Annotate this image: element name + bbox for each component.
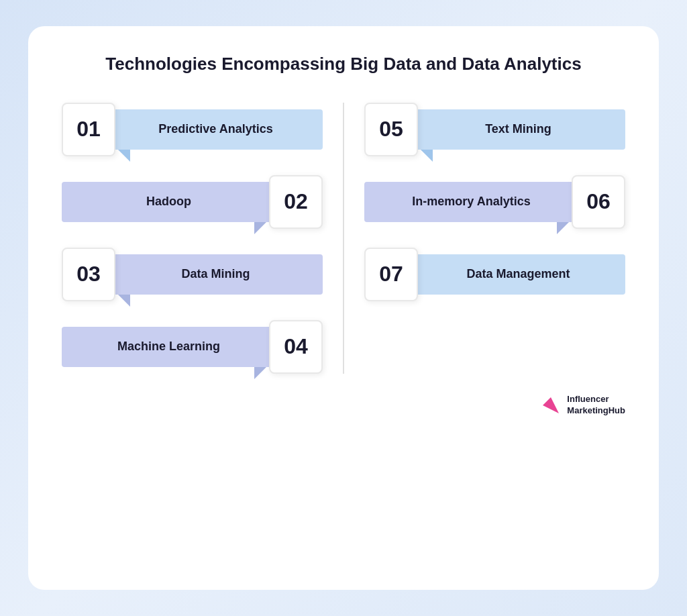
number-06: 06: [572, 175, 625, 229]
banner-02: Hadoop: [62, 182, 276, 222]
item-04: 04 Machine Learning: [62, 320, 323, 374]
item-02: 02 Hadoop: [62, 175, 323, 229]
right-column: 05 Text Mining 06 In-memory Analytics 07: [344, 103, 625, 301]
item-01: 01 Predictive Analytics: [62, 103, 323, 156]
banner-01: Predictive Analytics: [109, 109, 323, 150]
banner-05: Text Mining: [411, 109, 625, 150]
number-04: 04: [269, 320, 323, 374]
main-card: Technologies Encompassing Big Data and D…: [28, 26, 659, 590]
banner-03: Data Mining: [109, 254, 323, 295]
item-03: 03 Data Mining: [62, 248, 323, 301]
logo-area: Influencer MarketingHub: [62, 394, 625, 417]
content-area: 01 Predictive Analytics 02 Hadoop 03: [62, 103, 625, 374]
number-07: 07: [364, 248, 418, 301]
item-05: 05 Text Mining: [364, 103, 625, 156]
logo-text: Influencer MarketingHub: [567, 394, 625, 417]
number-05: 05: [364, 103, 418, 156]
svg-marker-0: [543, 397, 559, 413]
number-03: 03: [62, 248, 115, 301]
item-07: 07 Data Management: [364, 248, 625, 301]
logo-icon: [540, 395, 562, 416]
page-title: Technologies Encompassing Big Data and D…: [62, 53, 625, 76]
banner-06: In-memory Analytics: [364, 182, 578, 222]
number-02: 02: [269, 175, 323, 229]
left-column: 01 Predictive Analytics 02 Hadoop 03: [62, 103, 344, 374]
number-01: 01: [62, 103, 115, 156]
banner-07: Data Management: [411, 254, 625, 295]
item-06: 06 In-memory Analytics: [364, 175, 625, 229]
banner-04: Machine Learning: [62, 327, 276, 367]
